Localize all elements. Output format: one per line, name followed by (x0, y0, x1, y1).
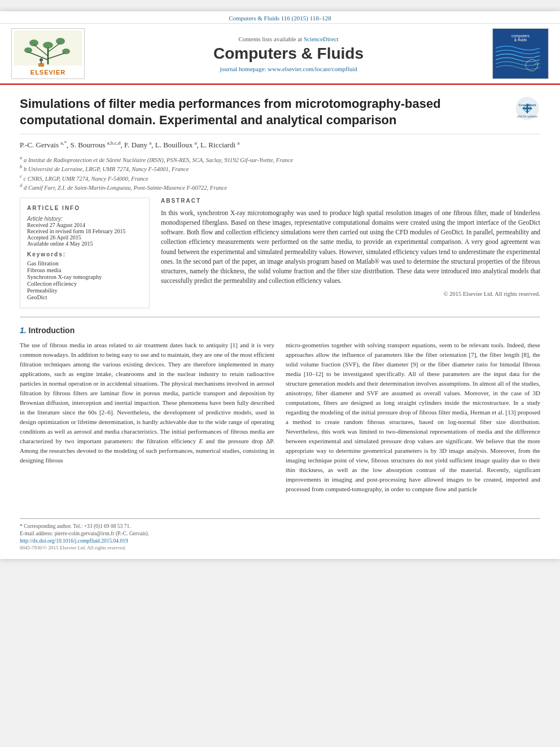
elsevier-logo-svg: ELSEVIER (14, 30, 82, 78)
journal-header: Computers & Fluids 116 (2015) 118–128 (0, 11, 560, 85)
footer-copyright: 0045-7930/© 2015 Elsevier Ltd. All right… (20, 545, 540, 551)
affiliation-d: d d Camif Farr, Z.I. de Saint-Martin-Lon… (20, 182, 540, 191)
page-footer: * Corresponding author. Tel.: +33 (0)1 6… (20, 518, 540, 559)
svg-point-8 (24, 47, 32, 53)
journal-content-bar: ELSEVIER Contents lists available at Sci… (0, 23, 560, 84)
intro-body: The use of fibrous media in areas relate… (20, 340, 540, 499)
affiliation-a: a a Institut de Radioprotection et de Sû… (20, 155, 540, 163)
history-label: Article history: (27, 216, 142, 222)
main-content: Simulations of filter media performances… (0, 85, 560, 510)
article-title-section: Simulations of filter media performances… (20, 96, 540, 134)
keyword-1: Fibrous media (27, 267, 142, 273)
section-num: 1. (20, 326, 27, 335)
svg-text:& fluids: & fluids (514, 38, 527, 42)
affiliation-c: c c CNRS, LRGP, UMR 7274, Nancy F-54000,… (20, 173, 540, 182)
journal-homepage: journal homepage: www.elsevier.com/locat… (96, 65, 481, 72)
elsevier-logo-container: ELSEVIER (11, 28, 85, 79)
intro-title-text: Introduction (29, 326, 75, 335)
received-date: Received 27 August 2014 (27, 222, 142, 228)
svg-rect-15 (38, 63, 44, 67)
authors-section: P.-C. Gervais a,*, S. Bourrous a,b,c,d, … (20, 140, 540, 150)
available-date: Available online 4 May 2015 (27, 241, 142, 247)
info-abstract-section: ARTICLE INFO Article history: Received 2… (20, 198, 540, 308)
crossmark-badge: CrossMark click for updates (515, 96, 540, 121)
journal-cover-svg: computers & fluids (493, 29, 548, 78)
svg-text:computers: computers (511, 34, 530, 38)
abstract-title: ABSTRACT (161, 198, 540, 204)
article-info-title: ARTICLE INFO (27, 205, 142, 211)
journal-title: Computers & Fluids (96, 45, 481, 63)
svg-text:click for updates: click for updates (517, 115, 538, 118)
journal-center: Contents lists available at ScienceDirec… (85, 36, 492, 72)
intro-right-col: micro-geometries together with solving t… (286, 340, 540, 499)
journal-cover: computers & fluids (492, 28, 549, 79)
svg-text:ELSEVIER: ELSEVIER (30, 69, 65, 76)
received-revised-date: Received in revised form 18 February 201… (27, 228, 142, 234)
crossmark-svg: CrossMark click for updates (515, 96, 540, 121)
abstract-text: In this work, synchrotron X-ray microtom… (161, 208, 540, 286)
keyword-2: Synchrotron X-ray tomography (27, 274, 142, 280)
article-info-col: ARTICLE INFO Article history: Received 2… (20, 198, 150, 308)
svg-point-10 (43, 42, 53, 49)
article-info-box: ARTICLE INFO Article history: Received 2… (20, 198, 150, 308)
svg-point-6 (29, 40, 38, 46)
svg-point-9 (62, 49, 70, 54)
authors-line: P.-C. Gervais a,*, S. Bourrous a,b,c,d, … (20, 140, 540, 150)
section-divider (20, 317, 540, 317)
svg-point-7 (56, 38, 65, 45)
sciencedirect-text: Contents lists available at ScienceDirec… (96, 36, 481, 42)
article-title: Simulations of filter media performances… (20, 96, 506, 128)
page: Computers & Fluids 116 (2015) 118–128 (0, 11, 560, 559)
footnote-email: E-mail address: pierre-colin.gervais@irs… (20, 531, 540, 536)
affiliation-b: b b Université de Lorraine, LRGP, UMR 72… (20, 164, 540, 172)
keyword-0: Gas filtration (27, 260, 142, 267)
intro-right-text: micro-geometries together with solving t… (286, 340, 540, 495)
keywords-title: Keywords: (27, 251, 142, 257)
accepted-date: Accepted 26 April 2015 (27, 234, 142, 241)
svg-point-11 (40, 58, 43, 62)
keyword-5: GeoDict (27, 294, 142, 300)
doi-text: http://dx.doi.org/10.1016/j.compfluid.20… (20, 538, 540, 544)
journal-citation: Computers & Fluids 116 (2015) 118–128 (0, 11, 560, 23)
footnote-star: * Corresponding author. Tel.: +33 (0)1 6… (20, 523, 540, 529)
history-group: Article history: Received 27 August 2014… (27, 216, 142, 247)
keyword-4: Permeability (27, 287, 142, 294)
intro-left-text: The use of fibrous media in areas relate… (20, 340, 274, 466)
keyword-3: Collection efficiency (27, 281, 142, 287)
abstract-box: ABSTRACT In this work, synchrotron X-ray… (161, 198, 540, 297)
abstract-col: ABSTRACT In this work, synchrotron X-ray… (161, 198, 540, 308)
intro-left-col: The use of fibrous media in areas relate… (20, 340, 274, 499)
affiliations: a a Institut de Radioprotection et de Sû… (20, 155, 540, 191)
abstract-copyright: © 2015 Elsevier Ltd. All rights reserved… (161, 291, 540, 297)
intro-section-title: 1. Introduction (20, 326, 540, 335)
